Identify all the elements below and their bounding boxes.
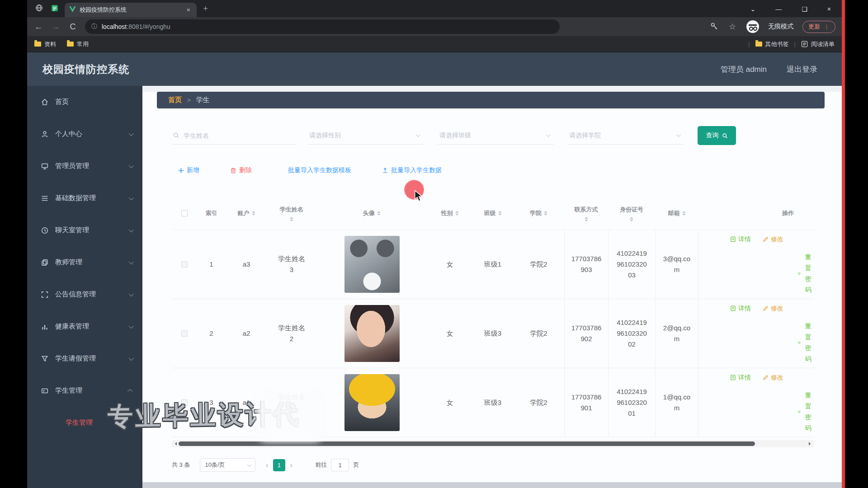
col-phone[interactable]: 联系方式 [564,206,608,221]
pagination: 共 3 条 10条/页 ‹ 1 › 前往 页 [172,458,814,485]
col-email[interactable]: 邮箱 [655,209,698,217]
sort-carets-icon[interactable] [630,217,633,221]
edit-link[interactable]: 修改 [763,303,783,314]
add-button[interactable]: 新增 [178,166,199,174]
back-button[interactable]: ← [33,22,43,32]
prev-page-button[interactable]: ‹ [261,460,273,470]
cell-account: a3 [226,259,267,270]
chevron-down-icon [676,132,681,137]
sidebar-item-teacher-mgmt[interactable]: 教师管理 [27,246,142,278]
avatar-woman-portrait [344,305,400,362]
table-row[interactable]: 1 a3 学生姓名3 女 班级1 学院2 17703786903 4102241… [172,230,814,299]
page-1-button[interactable]: 1 [273,459,285,471]
sort-carets-icon[interactable] [544,211,547,216]
col-id-card[interactable]: 身份证号 [608,206,655,221]
sort-carets-icon[interactable] [498,211,502,216]
col-college[interactable]: 学院 [513,209,564,217]
sidebar-item-home[interactable]: 首页 [27,86,142,118]
address-bar[interactable]: ⓘ localhost:8081/#/yonghu [85,19,560,34]
forward-button[interactable]: → [51,22,61,32]
bookmark-star-icon[interactable]: ☆ [727,22,737,32]
import-template-link[interactable]: 批量导入学生数据模板 [288,166,351,174]
window-restore-button[interactable]: ❑ [802,5,807,13]
tab-close-icon[interactable]: × [185,6,192,14]
edit-link[interactable]: 修改 [763,372,783,383]
row-checkbox[interactable] [181,261,188,267]
col-class[interactable]: 班级 [472,209,513,217]
detail-link[interactable]: 详情 [730,303,751,314]
reading-list-icon [801,41,808,47]
goto-label: 前往 [315,461,327,469]
window-close-button[interactable]: × [827,5,831,13]
student-name-input[interactable] [172,132,296,139]
sort-carets-icon[interactable] [290,217,293,221]
monitor-icon [41,162,49,170]
home-icon [41,98,49,106]
cell-index: 2 [197,328,226,339]
scrollbar-thumb[interactable] [179,441,755,446]
college-select[interactable]: 请选择学院 [567,127,684,145]
sidebar-item-health-table[interactable]: 健康表管理 [27,310,142,343]
chevron-down-icon [546,132,551,137]
cell-index: 1 [197,259,226,270]
new-tab-button[interactable]: + [203,4,208,14]
active-tab[interactable]: 校园疫情防控系统 × [65,3,197,17]
sidebar-item-announcement[interactable]: 公告信息管理 [27,278,142,310]
pinned-tab-globe-icon[interactable] [35,4,43,14]
col-account[interactable]: 账户 [226,209,267,217]
site-info-icon[interactable]: ⓘ [91,23,97,31]
other-bookmarks[interactable]: 其他书签 [755,40,789,48]
reset-password-link[interactable]: 重置密码 [798,252,814,295]
watermark-blur-patch [261,394,319,437]
scroll-right-arrow-icon[interactable] [809,442,812,446]
pinned-tab-sheet-icon[interactable] [51,5,58,14]
select-all-checkbox[interactable] [181,210,188,216]
cell-college: 学院2 [513,328,564,339]
bookmark-folder-1[interactable]: 资料 [34,40,56,48]
sidebar-item-leave-mgmt[interactable]: 学生请假管理 [27,343,142,375]
sort-carets-icon[interactable] [377,211,381,216]
reset-password-link[interactable]: 重置密码 [798,321,814,364]
document-icon [730,305,736,311]
breadcrumb: 首页 > 学生 [157,92,825,108]
reset-password-link[interactable]: 重置密码 [798,390,814,433]
edit-pencil-icon [763,236,769,242]
horizontal-scrollbar[interactable] [172,440,814,447]
col-index[interactable]: 索引 [197,209,226,217]
class-select[interactable]: 请选择班级 [438,127,554,145]
sort-carets-icon[interactable] [585,217,588,221]
bookmark-folder-2[interactable]: 常用 [67,40,89,48]
plus-icon [178,168,184,174]
window-menu-chevron[interactable]: ⌄ [750,5,756,13]
scroll-left-arrow-icon[interactable] [173,442,177,446]
import-data-link[interactable]: 批量导入学生数据 [382,166,442,174]
breadcrumb-home[interactable]: 首页 [168,96,182,104]
sort-carets-icon[interactable] [455,211,459,216]
edit-link[interactable]: 修改 [763,234,783,244]
sidebar-item-chatroom[interactable]: 聊天室管理 [27,214,142,246]
sidebar-item-admin-mgmt[interactable]: 管理员管理 [27,150,142,182]
sort-carets-icon[interactable] [682,211,686,216]
col-student-name[interactable]: 学生姓名 [267,206,316,221]
reading-list[interactable]: 阅读清单 [801,40,835,48]
col-avatar[interactable]: 头像 [316,209,427,217]
detail-link[interactable]: 详情 [730,372,751,383]
col-gender[interactable]: 性别 [427,209,472,217]
row-checkbox[interactable] [181,330,188,337]
page-size-select[interactable]: 10条/页 [200,458,255,472]
search-button[interactable]: 查询 [698,126,736,145]
goto-page-input[interactable] [331,459,349,471]
logout-link[interactable]: 退出登录 [787,64,817,75]
sort-carets-icon[interactable] [252,211,255,216]
sidebar-item-profile[interactable]: 个人中心 [27,118,142,150]
detail-link[interactable]: 详情 [730,234,751,244]
update-menu-button[interactable]: 更新 ⋮ [802,21,835,33]
delete-button[interactable]: 删除 [230,166,252,174]
reload-button[interactable]: C [68,22,78,32]
key-icon[interactable] [710,22,718,32]
sidebar-item-base-data[interactable]: 基础数据管理 [27,182,142,214]
window-minimize-button[interactable]: — [775,5,782,13]
next-page-button[interactable]: › [285,460,297,470]
gender-select[interactable]: 请选择性别 [307,127,424,145]
table-row[interactable]: 2 a2 学生姓名2 女 班级3 学院2 17703786902 4102241… [172,299,814,368]
